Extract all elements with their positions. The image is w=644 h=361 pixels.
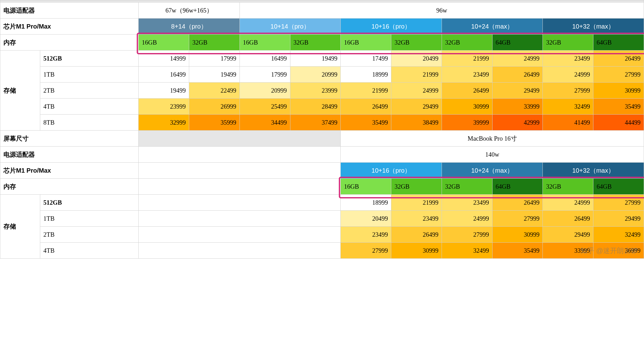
mem-cell: 16GB [139,35,189,51]
price: 35499 [492,243,543,259]
row-screen: 屏幕尺寸 MacBook Pro 16寸 [0,131,644,147]
chip-10-24-b: 10+24（max） [442,163,543,179]
price: 30999 [442,99,492,115]
price: 23999 [139,99,189,115]
row-storage-8tb: 8TB 32999 35999 34499 37499 35499 38499 … [0,115,644,131]
price: 37499 [290,115,341,131]
price: 20499 [391,51,442,67]
price: 24999 [442,211,492,227]
storage-label: 2TB [40,83,138,99]
storage-label: 8TB [40,115,138,131]
row-power-top: 电源适配器 67w（96w+165） 96w [0,3,644,19]
label-memory: 内存 [0,35,139,51]
mem-cell: 32GB [543,35,593,51]
price: 41499 [543,115,593,131]
row-chip-top: 芯片M1 Pro/Max 8+14（pro） 10+14（pro） 10+16（… [0,19,644,35]
mem-cell: 32GB [391,179,442,195]
price: 20999 [290,67,341,83]
price: 38499 [391,115,442,131]
price: 23499 [341,227,391,243]
power-67w: 67w（96w+165） [139,3,240,19]
price: 23999 [290,83,341,99]
power-96w: 96w [239,3,644,19]
price: 20999 [239,83,290,99]
price: 26499 [492,195,543,211]
price: 18999 [341,67,391,83]
price: 25499 [239,99,290,115]
chip-10-16: 10+16（pro） [341,19,442,35]
row-memory-bottom: 内存 16GB 32GB 32GB 64GB 32GB 64GB [0,179,644,195]
mem-cell: 32GB [442,35,492,51]
price: 44499 [593,115,644,131]
row-memory-top: 内存 16GB 32GB 16GB 32GB 16GB 32GB 32GB 64… [0,35,644,51]
price: 24999 [543,195,593,211]
row-chip-bottom: 芯片M1 Pro/Max 10+16（pro） 10+24（max） 10+32… [0,163,644,179]
price: 27999 [442,227,492,243]
label-power: 电源适配器 [0,3,139,19]
label-chip: 芯片M1 Pro/Max [0,163,139,179]
price: 17499 [341,51,391,67]
label-storage: 存储 [0,195,40,259]
mem-cell: 32GB [290,35,341,51]
price: 26499 [593,51,644,67]
price: 24999 [391,83,442,99]
price: 35499 [341,115,391,131]
price: 27999 [341,243,391,259]
price: 30999 [593,83,644,99]
mem-cell: 64GB [593,35,644,51]
label-memory: 内存 [0,179,139,195]
storage-label: 2TB [40,227,138,243]
price: 23499 [543,51,593,67]
mem-cell: 16GB [341,35,391,51]
mem-cell: 32GB [442,179,492,195]
row-storage-1tb-b: 1TB 20499 23499 24999 27999 26499 29499 [0,211,644,227]
row-storage-4tb: 4TB 23999 26999 25499 28499 26499 29499 … [0,99,644,115]
chip-10-24: 10+24（max） [442,19,543,35]
price: 18999 [341,195,391,211]
price: 29499 [543,227,593,243]
price: 32499 [593,227,644,243]
price: 26499 [543,211,593,227]
storage-label: 512GB [40,51,138,67]
price: 35499 [593,99,644,115]
label-power: 电源适配器 [0,147,139,163]
price: 19499 [189,67,240,83]
price: 27999 [593,195,644,211]
price: 29499 [391,99,442,115]
price: 21999 [341,83,391,99]
price: 22499 [189,83,240,99]
chip-10-32-b: 10+32（max） [543,163,644,179]
price: 28499 [290,99,341,115]
row-storage-512-b: 存储 512GB 18999 21999 23499 26499 24999 2… [0,195,644,211]
price: 16499 [239,51,290,67]
chip-8-14: 8+14（pro） [139,19,240,35]
price: 24999 [543,67,593,83]
price: 27999 [492,211,543,227]
price: 21999 [442,51,492,67]
screen-empty [139,131,341,147]
price: 21999 [391,67,442,83]
mem-cell: 16GB [341,179,391,195]
price: 32499 [543,99,593,115]
price: 29499 [492,83,543,99]
price: 19499 [290,51,341,67]
price: 32499 [442,243,492,259]
price: 27999 [593,67,644,83]
price: 29499 [593,211,644,227]
price: 33999 [492,99,543,115]
row-storage-512: 存储 512GB 14999 17999 16499 19499 17499 2… [0,51,644,67]
row-storage-2tb-b: 2TB 23499 26499 27999 30999 29499 32499 [0,227,644,243]
price: 23499 [442,195,492,211]
price: 30999 [492,227,543,243]
power-140w: 140w [341,147,644,163]
price: 30999 [391,243,442,259]
storage-label: 4TB [40,99,138,115]
screen-16: MacBook Pro 16寸 [341,131,644,147]
row-storage-4tb-b: 4TB 27999 30999 32499 35499 33999 36999 [0,243,644,259]
price: 23499 [442,67,492,83]
storage-label: 1TB [40,211,138,227]
price: 42999 [492,115,543,131]
mem-cell: 64GB [492,179,543,195]
chip-10-16-b: 10+16（pro） [341,163,442,179]
mem-cell: 64GB [593,179,644,195]
